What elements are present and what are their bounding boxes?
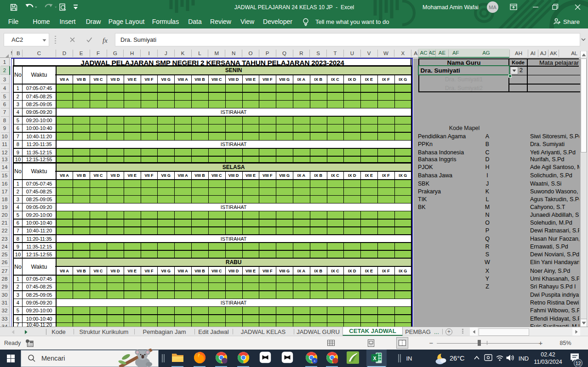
svg-text:fx: fx — [103, 37, 108, 44]
svg-text:X: X — [373, 356, 376, 361]
